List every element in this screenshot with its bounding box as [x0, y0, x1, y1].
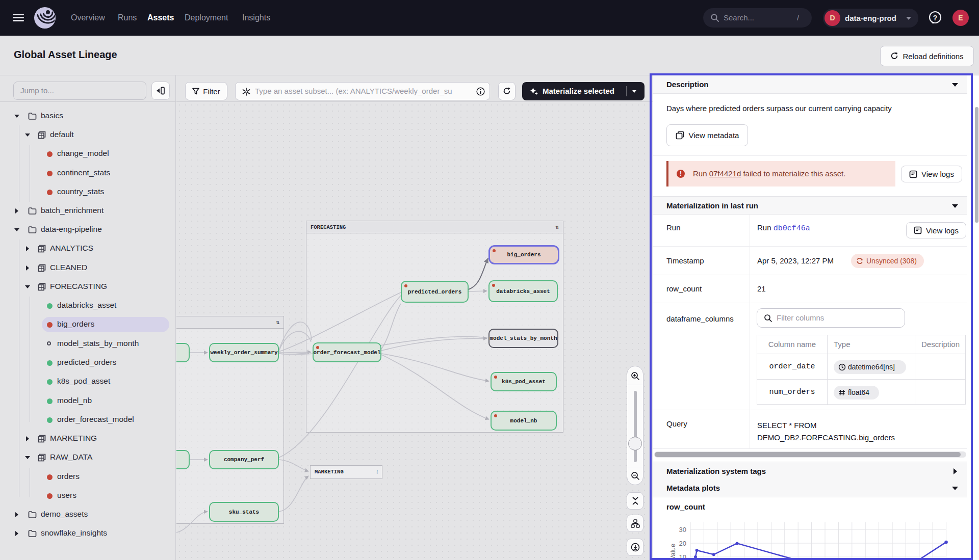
- svg-text:10: 10: [679, 553, 686, 560]
- svg-text:20: 20: [679, 540, 686, 547]
- svg-text:?: ?: [933, 14, 938, 22]
- svg-text:Value: Value: [669, 544, 677, 560]
- svg-text:30: 30: [679, 526, 686, 534]
